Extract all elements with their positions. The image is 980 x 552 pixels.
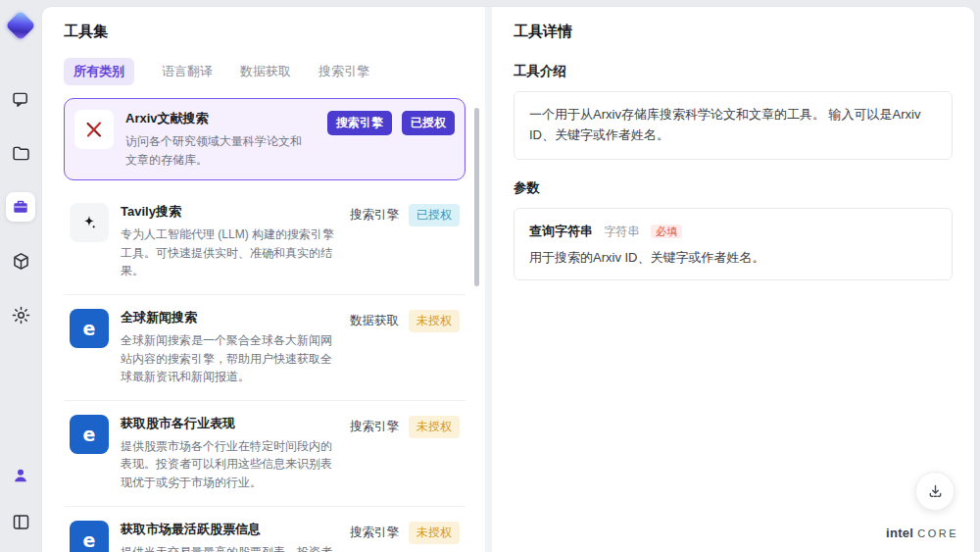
category-label: 数据获取 (350, 313, 399, 329)
intro-heading: 工具介绍 (514, 63, 953, 80)
page-title: 工具集 (64, 23, 479, 41)
briefcase-icon[interactable] (6, 192, 35, 222)
status-badge: 已授权 (409, 204, 460, 226)
app-logo (9, 14, 32, 37)
params-heading: 参数 (514, 179, 953, 197)
intel-core-logo: intel core (886, 526, 958, 540)
tab-search-engine[interactable]: 搜索引擎 (318, 63, 369, 80)
status-badge: 未授权 (409, 310, 460, 332)
tool-list-item-most-active-stocks[interactable]: e 获取市场最活跃股票信息 提供当天交易量最高的股票列表。投资者可以利用这些信息… (64, 507, 466, 552)
rail-nav (6, 84, 35, 329)
settings-gear-icon[interactable] (6, 300, 35, 329)
tool-description: 全球新闻搜索是一个聚合全球各大新闻网站内容的搜索引擎，帮助用户快速获取全球最新资… (121, 331, 334, 386)
chat-icon[interactable] (6, 84, 35, 114)
param-required-badge: 必填 (651, 225, 682, 238)
category-label: 搜索引擎 (350, 419, 399, 435)
status-badge: 已授权 (402, 111, 455, 135)
download-icon (926, 482, 945, 501)
status-badge: 未授权 (409, 522, 460, 544)
rail-bottom (6, 461, 35, 536)
tool-name: 获取市场最活跃股票信息 (121, 521, 334, 538)
tool-name: Tavily搜索 (121, 203, 334, 221)
tool-description: 提供股票市场各个行业在特定时间段内的表现。投资者可以利用这些信息来识别表现优于或… (121, 437, 334, 492)
tool-details-pane: 工具详情 工具介绍 一个用于从Arxiv存储库搜索科学论文和文章的工具。 输入可… (492, 7, 974, 552)
tab-translation[interactable]: 语言翻译 (162, 63, 213, 80)
param-box: 查询字符串 字符串 必填 用于搜索的Arxiv ID、关键字或作者姓名。 (514, 208, 953, 280)
param-name: 查询字符串 (529, 224, 593, 238)
sparkle-logo-icon (70, 203, 109, 242)
tab-all-categories[interactable]: 所有类别 (64, 58, 134, 85)
param-description: 用于搜索的Arxiv ID、关键字或作者姓名。 (529, 249, 937, 267)
tool-list-pane: 工具集 所有类别 语言翻译 数据获取 搜索引擎 Arxiv文献搜索 访问各个研究… (42, 7, 485, 552)
tool-description: 专为人工智能代理 (LLM) 构建的搜索引擎工具。可快速提供实时、准确和真实的结… (121, 226, 334, 280)
arxiv-logo-icon (74, 110, 114, 149)
left-rail (0, 0, 41, 552)
news-e-logo-icon: e (70, 415, 109, 454)
tool-name: 获取股市各行业表现 (121, 415, 334, 432)
category-label: 搜索引擎 (350, 207, 399, 224)
tool-description: 访问各个研究领域大量科学论文和文章的存储库。 (125, 132, 312, 169)
folder-icon[interactable] (6, 138, 35, 168)
details-title: 工具详情 (514, 23, 953, 41)
panel-toggle-icon[interactable] (6, 507, 35, 536)
status-badge: 未授权 (409, 416, 460, 438)
package-icon[interactable] (6, 246, 35, 276)
tool-description: 提供当天交易量最高的股票列表。投资者可以利用这些信息来识别流动性强的股票和潜在的… (121, 543, 334, 552)
category-label: 搜索引擎 (350, 525, 399, 541)
tool-name: 全球新闻搜索 (121, 309, 334, 326)
pane-divider (485, 7, 492, 552)
news-e-logo-icon: e (70, 521, 109, 552)
tool-list-item-tavily[interactable]: Tavily搜索 专为人工智能代理 (LLM) 构建的搜索引擎工具。可快速提供实… (64, 189, 466, 295)
tab-data-fetch[interactable]: 数据获取 (240, 63, 291, 80)
tool-list-item-global-news[interactable]: e 全球新闻搜索 全球新闻搜索是一个聚合全球各大新闻网站内容的搜索引擎，帮助用户… (64, 295, 466, 401)
intro-box: 一个用于从Arxiv存储库搜索科学论文和文章的工具。 输入可以是Arxiv ID… (514, 91, 953, 160)
category-badge: 搜索引擎 (327, 111, 392, 135)
tool-name: Arxiv文献搜索 (125, 110, 312, 127)
download-button[interactable] (915, 472, 955, 511)
app-window: 工具集 所有类别 语言翻译 数据获取 搜索引擎 Arxiv文献搜索 访问各个研究… (41, 6, 975, 552)
intro-text: 一个用于从Arxiv存储库搜索科学论文和文章的工具。 输入可以是Arxiv ID… (529, 105, 937, 146)
user-icon[interactable] (6, 461, 35, 490)
category-tabs: 所有类别 语言翻译 数据获取 搜索引擎 (64, 58, 479, 85)
scrollbar-thumb[interactable] (474, 108, 479, 286)
news-e-logo-icon: e (70, 309, 109, 348)
tool-list-item-sector-performance[interactable]: e 获取股市各行业表现 提供股票市场各个行业在特定时间段内的表现。投资者可以利用… (64, 401, 466, 507)
tool-list: Arxiv文献搜索 访问各个研究领域大量科学论文和文章的存储库。 搜索引擎 已授… (64, 98, 479, 552)
param-type: 字符串 (604, 225, 639, 238)
tool-list-item-arxiv[interactable]: Arxiv文献搜索 访问各个研究领域大量科学论文和文章的存储库。 搜索引擎 已授… (64, 98, 466, 180)
